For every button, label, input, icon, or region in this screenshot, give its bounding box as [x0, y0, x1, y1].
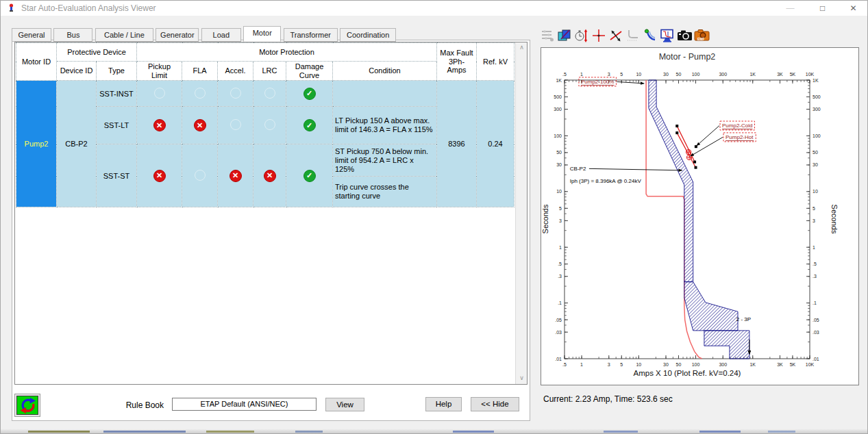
svg-text:1K: 1K — [749, 362, 756, 367]
cell-damage-curve: ✓ — [286, 81, 333, 107]
svg-text:1: 1 — [580, 362, 583, 367]
svg-text:.1: .1 — [558, 301, 562, 305]
svg-text:50: 50 — [813, 150, 818, 155]
cell-lrc: ✕ — [253, 144, 286, 207]
help-button[interactable]: Help — [425, 397, 462, 411]
svg-text:EMF: EMF — [697, 36, 705, 40]
rule-book-value: ETAP Default (ANSI/NEC) — [172, 398, 317, 411]
cell-fla: ✕ — [182, 107, 218, 144]
svg-text:300: 300 — [719, 72, 727, 77]
app-window: Star Auto-Evaluation Analysis Viewer — □… — [0, 0, 868, 434]
capture-image-icon[interactable] — [676, 27, 693, 43]
svg-text:Pump2-Hot: Pump2-Hot — [726, 134, 754, 140]
status-icon: ✓ — [303, 170, 316, 182]
svg-text:Iph (3P) = 8.396kA @ 0.24kV: Iph (3P) = 8.396kA @ 0.24kV — [570, 178, 642, 184]
svg-text:.5: .5 — [562, 72, 567, 77]
refresh-button[interactable] — [14, 394, 40, 417]
svg-text:Pump2-Cold: Pump2-Cold — [722, 123, 752, 129]
cell-accel: ✕ — [218, 144, 253, 207]
col-header-condition: Condition — [333, 62, 437, 81]
status-icon — [230, 88, 241, 99]
refresh-icon — [16, 396, 38, 415]
svg-text:1: 1 — [813, 245, 815, 250]
svg-text:3: 3 — [608, 362, 610, 367]
svg-text:10K: 10K — [806, 362, 815, 367]
tab-coordination[interactable]: Coordination — [340, 28, 396, 42]
tab-load[interactable]: Load — [201, 28, 241, 42]
col-header-max-fault: Max Fault3Ph-Amps — [437, 43, 477, 81]
svg-text:300: 300 — [719, 362, 727, 367]
cell-damage-curve: ✓ — [286, 107, 333, 144]
view-button[interactable]: View — [325, 398, 364, 411]
cell-lrc — [253, 81, 286, 107]
status-icon: ✓ — [303, 88, 316, 100]
capture-curve-icon[interactable] — [625, 27, 641, 43]
app-icon — [7, 3, 16, 16]
tab-motor[interactable]: Motor — [243, 26, 281, 42]
display-options-icon[interactable] — [539, 27, 556, 43]
cell-motor-id: Pump2 — [16, 81, 57, 207]
tab-strip: General Bus Cable / Line Generator Load … — [12, 26, 395, 42]
status-icon: ✕ — [153, 119, 166, 131]
svg-text:5: 5 — [813, 206, 815, 211]
title-bar: Star Auto-Evaluation Analysis Viewer — □… — [1, 1, 867, 16]
svg-text:300: 300 — [813, 107, 821, 112]
svg-text:10: 10 — [636, 72, 641, 77]
status-icon: ✕ — [264, 170, 276, 182]
minimize-icon[interactable]: — — [775, 1, 806, 16]
hide-button[interactable]: << Hide — [471, 397, 519, 411]
svg-text:.3: .3 — [813, 274, 817, 279]
scroll-down-icon[interactable]: ∨ — [516, 373, 528, 384]
svg-text:5K: 5K — [790, 72, 796, 77]
tab-transformer[interactable]: Transformer — [284, 28, 338, 42]
svg-text:100: 100 — [554, 133, 562, 138]
cell-fla — [182, 81, 218, 107]
plot-display-icon[interactable] — [659, 27, 675, 43]
status-icon: ✕ — [230, 170, 242, 182]
svg-text:50: 50 — [676, 72, 682, 77]
time-interval-icon[interactable] — [573, 27, 590, 43]
svg-text:30: 30 — [556, 162, 562, 167]
tcc-plot-panel[interactable]: Motor - Pump2Amps X 10 (Plot Ref. kV=0.2… — [541, 47, 859, 385]
crosshair-icon[interactable] — [591, 27, 607, 43]
svg-text:300: 300 — [554, 107, 562, 112]
cell-type: SST-LT — [97, 107, 137, 144]
svg-text:Seconds: Seconds — [830, 205, 839, 234]
svg-text:3: 3 — [608, 72, 610, 77]
svg-text:100: 100 — [692, 72, 700, 77]
svg-text:1K: 1K — [813, 78, 819, 83]
close-icon[interactable]: ✕ — [838, 1, 868, 16]
slope-measure-icon[interactable] — [608, 27, 624, 43]
tab-cable-line[interactable]: Cable / Line — [95, 28, 153, 42]
svg-text:.05: .05 — [555, 318, 562, 322]
tab-general[interactable]: General — [12, 28, 51, 42]
svg-text:.03: .03 — [813, 330, 819, 335]
table-scrollbar[interactable]: ∧ ∨ — [515, 42, 527, 384]
status-icon — [230, 119, 241, 130]
svg-text:30: 30 — [663, 362, 669, 367]
status-icon — [154, 88, 165, 99]
svg-text:.05: .05 — [813, 318, 819, 322]
pan-window-icon[interactable] — [556, 27, 573, 43]
cell-pickup-limit: ✕ — [137, 107, 182, 144]
add-curve-icon[interactable] — [642, 27, 658, 43]
tab-bus[interactable]: Bus — [53, 28, 92, 42]
svg-text:3: 3 — [559, 218, 562, 223]
svg-text:3: 3 — [813, 218, 815, 223]
svg-text:.03: .03 — [555, 330, 562, 335]
capture-emf-icon[interactable]: EMF — [693, 27, 710, 43]
scroll-up-icon[interactable]: ∧ — [516, 42, 528, 53]
svg-text:10: 10 — [636, 362, 641, 367]
maximize-icon[interactable]: □ — [807, 1, 838, 16]
tab-generator[interactable]: Generator — [156, 28, 199, 42]
svg-text:50: 50 — [676, 362, 682, 367]
table-row[interactable]: Pump2 CB-P2 SST-INST ✓ 8396 0.24 — [16, 81, 514, 107]
status-icon — [195, 170, 206, 181]
svg-text:1K: 1K — [556, 78, 562, 83]
rule-book-label: Rule Book — [124, 400, 164, 410]
col-header-damage-curve: Damage Curve — [286, 62, 333, 81]
taskbar-sliver — [1, 429, 867, 433]
cell-pickup-limit — [137, 81, 182, 107]
tcc-plot: Motor - Pump2Amps X 10 (Plot Ref. kV=0.2… — [541, 48, 858, 387]
svg-text:1: 1 — [559, 245, 562, 250]
